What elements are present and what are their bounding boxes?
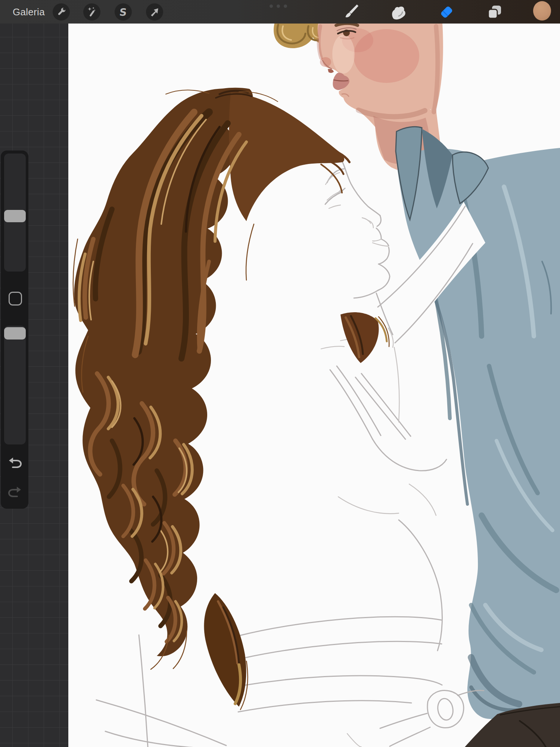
smudge-tool-button[interactable] <box>389 3 407 21</box>
adjustments-button[interactable] <box>83 3 100 21</box>
undo-arrow-icon <box>7 456 22 468</box>
drawing-canvas[interactable] <box>68 24 560 747</box>
eraser-tool-button[interactable] <box>438 3 455 21</box>
procreate-app: { "toolbar": { "gallery_label": "Galeria… <box>0 0 560 747</box>
selection-button[interactable]: S <box>115 3 132 21</box>
color-button[interactable] <box>533 2 551 20</box>
paintbrush-icon <box>342 4 358 20</box>
opacity-slider[interactable] <box>4 326 26 444</box>
hair-lock-neck <box>340 312 389 363</box>
actions-button[interactable] <box>53 3 70 21</box>
opacity-slider-handle[interactable] <box>4 327 26 340</box>
redo-arrow-icon <box>7 486 22 498</box>
sidebar-panel <box>1 151 28 509</box>
brush-size-slider-handle[interactable] <box>4 210 26 222</box>
smudge-finger-icon <box>390 4 406 20</box>
redo-button[interactable] <box>7 486 22 498</box>
selection-s-icon: S <box>119 7 127 17</box>
gallery-button[interactable]: Galeria <box>13 6 45 18</box>
man-figure <box>274 24 560 747</box>
transform-button[interactable] <box>146 3 163 21</box>
color-swatch <box>533 1 551 21</box>
undo-button[interactable] <box>7 456 22 468</box>
brush-tool-button[interactable] <box>341 3 359 21</box>
layers-icon <box>486 3 503 21</box>
layers-button[interactable] <box>486 3 504 21</box>
top-toolbar: Galeria S <box>0 0 560 24</box>
modify-button[interactable] <box>9 292 22 306</box>
hair-lock-waist <box>204 593 248 710</box>
artwork <box>68 24 560 747</box>
canvas-options-dots[interactable] <box>270 4 287 8</box>
eraser-icon <box>438 3 455 21</box>
transform-arrow-icon <box>150 7 159 17</box>
woman-hair <box>73 88 349 669</box>
wrench-icon <box>56 7 66 17</box>
magic-wand-icon <box>87 7 97 17</box>
